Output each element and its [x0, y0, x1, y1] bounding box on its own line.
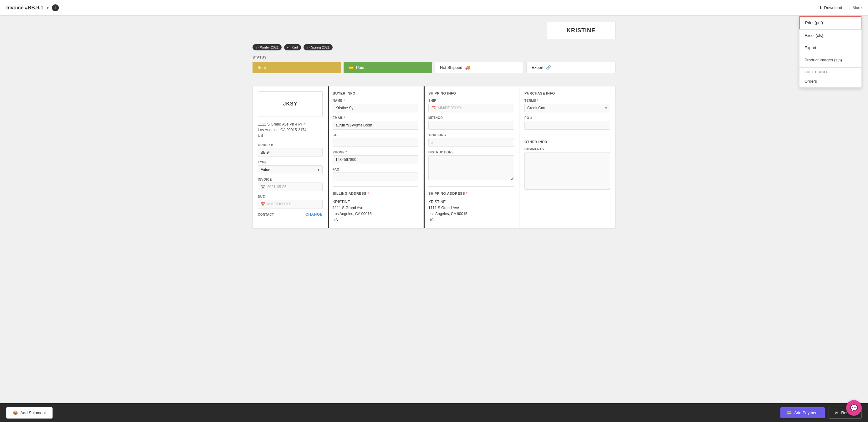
- due-label: DUE: [258, 195, 322, 199]
- top-bar-right: ⬇ Download ⋮ More: [819, 5, 862, 10]
- divider: [252, 81, 616, 81]
- buyer-info-header: BUYER INFO: [333, 91, 418, 95]
- email-input[interactable]: [333, 121, 418, 130]
- status-label: STATUS: [252, 55, 616, 59]
- change-link[interactable]: Change: [305, 212, 322, 217]
- method-label: METHOD: [428, 116, 514, 120]
- fax-input[interactable]: [333, 173, 418, 181]
- status-not-shipped-button[interactable]: Not Shipped 🚚: [435, 62, 524, 73]
- address-line2: Los Angeles, CA 90015-2174: [258, 127, 322, 133]
- status-export-button[interactable]: Export 🔗: [526, 62, 616, 73]
- address-line1: 1111 S Grand Ave Ph 4 PH4: [258, 121, 322, 127]
- dropdown-item-excel[interactable]: Excel (xls): [800, 29, 861, 42]
- shipping-line3: Los Angeles, CA 90015: [428, 211, 514, 217]
- cc-label: CC: [333, 133, 418, 137]
- instructions-textarea[interactable]: [428, 155, 514, 180]
- credit-card-icon: 💳: [348, 65, 353, 70]
- cc-input[interactable]: [333, 138, 418, 147]
- calendar-due-icon: 📅: [261, 202, 265, 206]
- billing-line4: US: [333, 217, 418, 223]
- tag-icon-2: 🏷: [307, 46, 310, 49]
- phone-label: PHONE *: [333, 151, 418, 154]
- status-row: Sent 💳 Paid Not Shipped 🚚 Export 🔗: [252, 62, 616, 73]
- purchase-divider: [524, 134, 610, 135]
- buyer-divider: [333, 186, 418, 187]
- type-select-wrapper: Future ▼: [258, 165, 322, 174]
- invoice-date-field[interactable]: 📅 2021-05-05: [258, 182, 322, 191]
- contact-row: CONTACT Change: [258, 212, 322, 217]
- tag-spring2021[interactable]: 🏷 Spring 2021: [304, 44, 333, 51]
- invoice-label: INVOICE: [258, 178, 322, 181]
- other-info-header: OTHER INFO: [524, 140, 610, 144]
- shipping-info-section: SHIPPING INFO SHIP 📅 MM/DD/YYYY METHOD T…: [424, 86, 520, 228]
- po-label: PO #: [524, 116, 610, 120]
- tracking-label: TRACKING: [428, 133, 514, 137]
- terms-label: TERMS *: [524, 99, 610, 102]
- shipping-line4: US: [428, 217, 514, 223]
- phone-input[interactable]: [333, 155, 418, 164]
- dropdown-section-label: FULL CIRCLE: [800, 67, 861, 75]
- address-line3: US: [258, 133, 322, 139]
- tag-icon-0: 🏷: [256, 46, 259, 49]
- left-section: JKSY 1111 S Grand Ave Ph 4 PH4 Los Angel…: [253, 86, 328, 228]
- purchase-info-header: PURCHASE INFO: [524, 91, 610, 95]
- dropdown-item-product-images[interactable]: Product Images (zip): [800, 54, 861, 66]
- shipping-info-header: SHIPPING INFO: [428, 91, 514, 95]
- order-input[interactable]: [258, 148, 322, 157]
- billing-address-header: BILLING ADDRESS *: [333, 191, 418, 195]
- ship-calendar-icon: 📅: [431, 106, 436, 110]
- link-icon: 🔗: [546, 65, 551, 70]
- tag-winter2021[interactable]: 🏷 Winter 2021: [252, 44, 282, 51]
- calendar-icon: 📅: [261, 185, 265, 189]
- comments-textarea[interactable]: [524, 152, 610, 190]
- terms-select-wrapper: Credit Card ▼: [524, 103, 610, 112]
- invoice-title: Invoice #BB.9.1: [6, 5, 43, 11]
- type-select[interactable]: Future: [258, 165, 322, 174]
- billing-line3: Los Angeles, CA 90015: [333, 211, 418, 217]
- contact-label: CONTACT: [258, 213, 274, 216]
- comments-label: COMMENTS: [524, 147, 610, 151]
- download-icon: ⬇: [819, 5, 822, 10]
- name-label: NAME *: [333, 99, 418, 102]
- top-bar: Invoice #BB.9.1 ▼ 2 ⬇ Download ⋮ More Pr…: [0, 0, 868, 16]
- method-input[interactable]: [428, 121, 514, 130]
- billing-line2: 1111 S Grand Ave: [333, 205, 418, 211]
- tracking-field[interactable]: #: [428, 138, 514, 147]
- ship-label: SHIP: [428, 99, 514, 102]
- dropdown-item-export[interactable]: Export: [800, 42, 861, 54]
- name-input[interactable]: [333, 103, 418, 112]
- status-paid-button[interactable]: 💳 Paid: [344, 62, 432, 73]
- dropdown-item-orders[interactable]: Orders: [800, 75, 861, 87]
- more-button[interactable]: ⋮ More: [847, 5, 862, 10]
- fax-label: FAX: [333, 168, 418, 171]
- address-text: 1111 S Grand Ave Ph 4 PH4 Los Angeles, C…: [258, 121, 322, 139]
- company-header: KRISTINE: [252, 22, 616, 39]
- title-dropdown-arrow[interactable]: ▼: [46, 6, 50, 10]
- status-sent-button[interactable]: Sent: [252, 62, 341, 73]
- instructions-label: INSTRUCTIONS: [428, 151, 514, 154]
- order-label: ORDER #: [258, 143, 322, 147]
- truck-icon: 🚚: [465, 65, 470, 70]
- company-name-box: KRISTINE: [547, 22, 616, 39]
- shipping-address-text: KRISTINE 1111 S Grand Ave Los Angeles, C…: [428, 199, 514, 223]
- jksy-company-box: JKSY: [258, 91, 322, 117]
- ship-date-field[interactable]: 📅 MM/DD/YYYY: [428, 103, 514, 112]
- dropdown-item-print[interactable]: Print (pdf): [800, 16, 861, 29]
- tag-karl[interactable]: 🏷 Karl: [284, 44, 301, 51]
- shipping-address-header: SHIPPING ADDRESS *: [428, 191, 514, 195]
- shipping-divider: [428, 186, 514, 187]
- content-grid: JKSY 1111 S Grand Ave Ph 4 PH4 Los Angel…: [252, 86, 616, 229]
- tracking-hash: #: [431, 140, 433, 145]
- po-input[interactable]: [524, 121, 610, 130]
- dropdown-menu: Print (pdf) Excel (xls) Export Product I…: [799, 16, 862, 88]
- billing-line1: KRISTINE: [333, 199, 418, 205]
- download-button[interactable]: ⬇ Download: [819, 5, 842, 10]
- billing-address-text: KRISTINE 1111 S Grand Ave Los Angeles, C…: [333, 199, 418, 223]
- due-date-field[interactable]: 📅 MM/DD/YYYY: [258, 200, 322, 209]
- badge-count: 2: [52, 4, 59, 11]
- purchase-other-section: PURCHASE INFO TERMS * Credit Card ▼ PO #…: [520, 86, 615, 228]
- shipping-line2: 1111 S Grand Ave: [428, 205, 514, 211]
- terms-select[interactable]: Credit Card: [524, 103, 610, 112]
- more-dots-icon: ⋮: [847, 5, 851, 10]
- buyer-info-section: BUYER INFO NAME * EMAIL * CC PHONE * FAX…: [328, 86, 424, 228]
